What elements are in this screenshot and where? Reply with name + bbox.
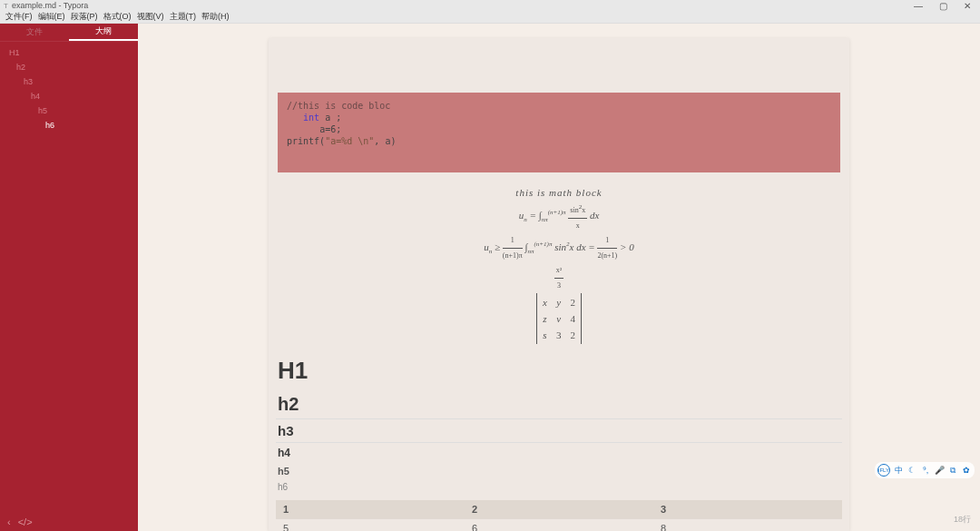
code-keyword: int	[303, 113, 319, 123]
heading-h6[interactable]: h6	[276, 479, 842, 495]
sidebar: 文件 大纲 H1 h2 h3 h4 h5 h6 ‹ </>	[0, 24, 138, 531]
math-tag: this is math block	[276, 185, 842, 200]
code-text: , a)	[374, 136, 396, 146]
document-page: //this is code bloc int a ; a=6; printf(…	[269, 38, 849, 531]
heading-h5[interactable]: h5	[276, 463, 842, 479]
table-cell[interactable]: 8	[653, 518, 842, 531]
ime-keyboard-icon[interactable]: ⧉	[947, 465, 958, 476]
outline-item-h6[interactable]: h6	[0, 118, 138, 133]
ime-logo-icon[interactable]: iFLY	[877, 464, 890, 477]
heading-h2[interactable]: h2	[276, 390, 842, 419]
table-header[interactable]: 2	[465, 500, 653, 519]
ime-toolbar[interactable]: iFLY 中 ☾ ⁹, 🎤 ⧉ ✿	[875, 462, 975, 478]
code-block[interactable]: //this is code bloc int a ; a=6; printf(…	[278, 93, 840, 172]
outline-item-h2[interactable]: h2	[0, 60, 138, 74]
app-icon: T	[4, 2, 8, 10]
outline-item-h1[interactable]: H1	[0, 45, 138, 60]
window-title: example.md - Typora	[12, 1, 88, 10]
ime-settings-icon[interactable]: ✿	[961, 465, 972, 476]
heading-h4[interactable]: h4	[276, 443, 842, 463]
sidebar-source-icon[interactable]: </>	[18, 516, 33, 527]
code-text: a=6;	[319, 124, 341, 134]
math-block[interactable]: this is math block un = ∫nπ(n+1)π sin2xx…	[276, 182, 842, 351]
maximize-button[interactable]: ▢	[939, 1, 947, 11]
code-text: a ;	[319, 113, 341, 123]
menubar: 文件(F) 编辑(E) 段落(P) 格式(O) 视图(V) 主题(T) 帮助(H…	[0, 11, 980, 24]
math-matrix: xy2 zv4 s32	[276, 293, 842, 344]
ime-comma-icon[interactable]: ⁹,	[920, 465, 931, 476]
table-header[interactable]: 1	[276, 500, 465, 519]
sidebar-back-icon[interactable]: ‹	[7, 516, 11, 527]
menu-paragraph[interactable]: 段落(P)	[71, 11, 98, 23]
code-string: "a=%d \n"	[325, 136, 374, 146]
code-comment: //this is code bloc	[287, 101, 390, 111]
menu-view[interactable]: 视图(V)	[137, 11, 164, 23]
sidebar-tab-outline[interactable]: 大纲	[69, 24, 138, 41]
table-header[interactable]: 3	[653, 500, 842, 519]
menu-format[interactable]: 格式(O)	[103, 11, 132, 23]
ime-mic-icon[interactable]: 🎤	[934, 465, 945, 476]
titlebar: T example.md - Typora — ▢ ✕	[0, 0, 980, 11]
math-line: un ≥ 1(n+1)π ∫nπ(n+1)π sin2x dx = 12(n+1…	[276, 233, 842, 263]
menu-theme[interactable]: 主题(T)	[170, 11, 197, 23]
minimize-button[interactable]: —	[914, 1, 923, 11]
table-cell[interactable]: 6	[465, 518, 653, 531]
close-button[interactable]: ✕	[964, 1, 971, 11]
status-word-count[interactable]: 18行	[954, 514, 971, 526]
menu-file[interactable]: 文件(F)	[5, 11, 33, 23]
ime-moon-icon[interactable]: ☾	[906, 465, 917, 476]
sidebar-tab-files[interactable]: 文件	[0, 24, 69, 41]
math-line: x²3	[276, 263, 842, 293]
math-line: un = ∫nπ(n+1)π sin2xx dx	[276, 200, 842, 233]
outline-item-h3[interactable]: h3	[0, 74, 138, 89]
table-row[interactable]: 5 6 8	[276, 518, 842, 531]
table-cell[interactable]: 5	[276, 518, 465, 531]
editor-area[interactable]: //this is code bloc int a ; a=6; printf(…	[138, 24, 980, 531]
menu-edit[interactable]: 编辑(E)	[38, 11, 65, 23]
code-text: printf(	[287, 136, 325, 146]
outline-list: H1 h2 h3 h4 h5 h6	[0, 42, 138, 136]
outline-item-h4[interactable]: h4	[0, 89, 138, 103]
table[interactable]: 1 2 3 5 6 8 4 6 8	[276, 500, 842, 531]
menu-help[interactable]: 帮助(H)	[201, 11, 230, 23]
ime-lang-icon[interactable]: 中	[893, 465, 904, 476]
heading-h3[interactable]: h3	[276, 419, 842, 443]
outline-item-h5[interactable]: h5	[0, 103, 138, 118]
heading-h1[interactable]: H1	[276, 351, 842, 390]
